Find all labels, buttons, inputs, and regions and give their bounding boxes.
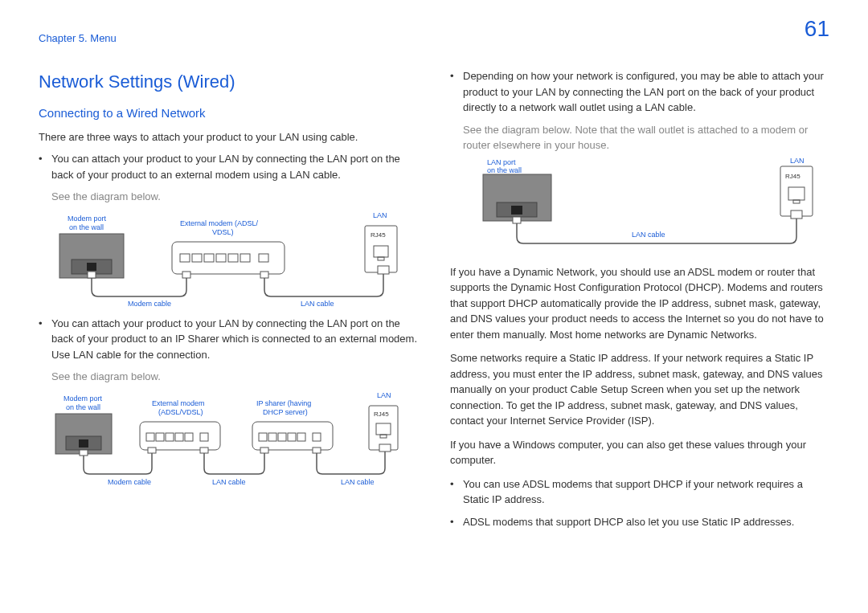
- bullet-list: You can use ADSL modems that support DHC…: [450, 476, 829, 530]
- svg-rect-58: [260, 447, 268, 453]
- bullet-item: ADSL modems that support DHCP also let y…: [450, 514, 829, 530]
- svg-rect-65: [511, 206, 522, 215]
- svg-rect-54: [80, 450, 88, 456]
- svg-rect-57: [200, 447, 208, 453]
- svg-text:LAN port: LAN port: [487, 158, 516, 166]
- body-paragraph: Some networks require a Static IP addres…: [450, 350, 829, 429]
- svg-text:on the wall: on the wall: [487, 166, 522, 174]
- bullet-item: Depending on how your network is configu…: [450, 68, 829, 116]
- svg-rect-55: [148, 447, 156, 453]
- intro-text: There are three ways to attach your prod…: [39, 129, 418, 145]
- svg-text:RJ45: RJ45: [374, 411, 389, 418]
- svg-text:DHCP server): DHCP server): [263, 408, 308, 416]
- diagram-2-svg: Modem port on the wall External modem (A…: [51, 390, 405, 486]
- bullet-item: You can attach your product to your LAN …: [39, 151, 418, 182]
- svg-text:Modem cable: Modem cable: [108, 478, 151, 486]
- chapter-label: Chapter 5. Menu: [39, 32, 117, 44]
- svg-rect-20: [88, 272, 96, 278]
- bullet-item: You can use ADSL modems that support DHC…: [450, 476, 829, 508]
- right-column: Depending on how your network is configu…: [450, 68, 829, 536]
- svg-rect-60: [313, 447, 321, 453]
- svg-text:LAN cable: LAN cable: [301, 300, 334, 306]
- svg-rect-24: [378, 266, 389, 274]
- see-diagram-text: See the diagram below. Note that the wal…: [450, 122, 829, 153]
- svg-text:(ADSL/VDSL): (ADSL/VDSL): [158, 408, 203, 416]
- svg-rect-23: [260, 272, 268, 278]
- bullet-list: You can attach your product to your LAN …: [39, 151, 418, 182]
- svg-rect-28: [79, 439, 88, 447]
- svg-rect-74: [791, 210, 802, 219]
- body-paragraph: If you have a Windows computer, you can …: [450, 437, 829, 468]
- left-column: Network Settings (Wired) Connecting to a…: [39, 68, 418, 536]
- svg-text:on the wall: on the wall: [66, 403, 100, 411]
- see-diagram-text: See the diagram below.: [39, 189, 418, 205]
- bullet-list: Depending on how your network is configu…: [450, 68, 829, 116]
- svg-text:LAN: LAN: [373, 211, 387, 219]
- svg-text:on the wall: on the wall: [69, 223, 104, 231]
- svg-text:External modem (ADSL/: External modem (ADSL/: [180, 219, 259, 227]
- svg-text:Modem port: Modem port: [63, 394, 103, 403]
- svg-text:External modem: External modem: [152, 399, 205, 407]
- svg-rect-2: [87, 263, 96, 271]
- svg-text:LAN cable: LAN cable: [212, 478, 246, 486]
- svg-text:IP sharer (having: IP sharer (having: [256, 399, 311, 407]
- svg-text:RJ45: RJ45: [785, 173, 800, 180]
- diagram-2: Modem port on the wall External modem (A…: [39, 390, 418, 486]
- svg-text:LAN: LAN: [790, 158, 805, 165]
- svg-text:LAN cable: LAN cable: [632, 231, 665, 239]
- diagram-1-svg: Modem port on the wall External modem (A…: [51, 210, 405, 306]
- svg-rect-21: [182, 272, 190, 278]
- svg-text:LAN: LAN: [377, 391, 391, 399]
- svg-text:VDSL): VDSL): [212, 228, 234, 236]
- diagram-1: Modem port on the wall External modem (A…: [39, 210, 418, 306]
- svg-text:RJ45: RJ45: [371, 231, 386, 239]
- bullet-item: You can attach your product to your LAN …: [39, 316, 418, 363]
- content-columns: Network Settings (Wired) Connecting to a…: [39, 68, 829, 536]
- page-number: 61: [805, 16, 829, 42]
- svg-rect-73: [513, 217, 521, 223]
- section-title: Network Settings (Wired): [39, 68, 418, 95]
- page-header: Chapter 5. Menu 61: [39, 32, 829, 44]
- svg-text:Modem cable: Modem cable: [128, 300, 171, 306]
- svg-rect-61: [379, 444, 391, 452]
- diagram-3: LAN port on the wall RJ45 LAN LAN cable: [450, 158, 829, 255]
- svg-text:Modem port: Modem port: [68, 215, 107, 223]
- bullet-list: You can attach your product to your LAN …: [39, 316, 418, 363]
- diagram-3-svg: LAN port on the wall RJ45 LAN LAN cable: [463, 158, 817, 255]
- see-diagram-text: See the diagram below.: [39, 369, 418, 385]
- svg-text:LAN cable: LAN cable: [341, 478, 375, 486]
- subsection-title: Connecting to a Wired Network: [39, 104, 418, 123]
- body-paragraph: If you have a Dynamic Network, you shoul…: [450, 264, 829, 343]
